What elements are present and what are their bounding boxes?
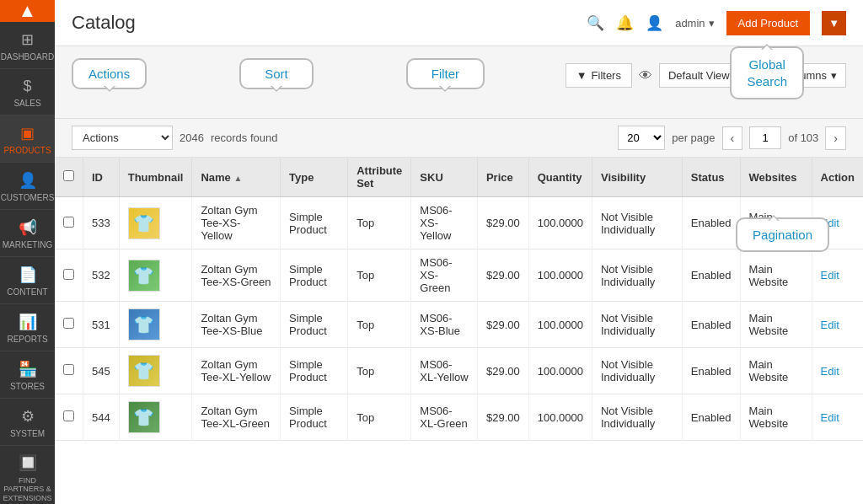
per-page-select[interactable]: 20 30 50 100 [618, 126, 665, 150]
row-status: Enabled [682, 394, 740, 441]
row-sku: MS06-XL-Yellow [411, 348, 478, 394]
row-websites: Main Website [740, 394, 812, 441]
filter-funnel-icon: ▼ [576, 69, 587, 82]
sidebar-item-partners[interactable]: 🔲 Find Partners & Extensions [0, 446, 55, 504]
page-title: Catalog [72, 12, 136, 34]
row-type: Simple Product [281, 249, 348, 302]
row-status: Enabled [682, 302, 740, 348]
actions-select[interactable]: Actions [72, 126, 173, 150]
row-checkbox[interactable] [63, 217, 74, 228]
sidebar-item-label: Reports [7, 335, 47, 344]
sidebar-item-customers[interactable]: 👤 Customers [0, 163, 55, 210]
sidebar-item-reports[interactable]: 📊 Reports [0, 304, 55, 351]
add-product-button[interactable]: Add Product [726, 11, 811, 35]
record-count: 2046 [180, 131, 204, 144]
row-id: 533 [83, 197, 120, 249]
edit-link[interactable]: Edit [821, 319, 839, 331]
row-id: 545 [83, 348, 120, 394]
row-thumbnail: 👕 [119, 197, 192, 249]
col-quantity: Quantity [528, 158, 592, 197]
edit-link[interactable]: Edit [821, 269, 839, 281]
main-area: Catalog 🔍 🔔 👤 admin ▾ Add Product ▼ Acti… [55, 0, 863, 504]
toolbar2: Actions 2046 records found 20 30 50 100 … [55, 119, 863, 158]
customers-icon: 👤 [19, 171, 37, 190]
row-attribute-set: Top [348, 348, 411, 394]
sidebar-item-system[interactable]: ⚙ System [0, 399, 55, 446]
row-sku: MS06-XS-Blue [411, 302, 478, 348]
shirt-icon: 👕 [133, 314, 154, 335]
prev-page-button[interactable]: ‹ [722, 126, 743, 150]
row-thumbnail: 👕 [119, 249, 192, 302]
col-websites: Websites [740, 158, 812, 197]
row-sku: MS06-XS-Green [411, 249, 478, 302]
row-id: 544 [83, 394, 120, 441]
sidebar-item-label: Content [7, 287, 47, 297]
row-action: Edit [812, 394, 863, 441]
col-checkbox [55, 158, 83, 197]
shirt-icon: 👕 [133, 407, 154, 427]
toolbar2-right: 20 30 50 100 per page ‹ of 103 › [618, 126, 846, 150]
row-checkbox[interactable] [63, 364, 74, 375]
products-icon: ▣ [20, 124, 35, 142]
sidebar-item-label: Sales [13, 99, 40, 108]
sidebar-item-stores[interactable]: 🏪 Stores [0, 351, 55, 399]
filter-callout: Filter [406, 58, 485, 89]
col-id: ID [83, 158, 120, 197]
row-checkbox[interactable] [63, 269, 74, 280]
row-name: Zoltan Gym Tee-XL-Yellow [192, 348, 281, 394]
name-sort-arrow: ▲ [233, 174, 242, 183]
filters-button[interactable]: ▼ Filters [566, 63, 632, 88]
row-status: Enabled [682, 197, 740, 249]
table-row: 545 👕 Zoltan Gym Tee-XL-Yellow Simple Pr… [55, 348, 863, 394]
row-status: Enabled [682, 249, 740, 302]
col-name[interactable]: Name ▲ [192, 158, 281, 197]
table-row: 544 👕 Zoltan Gym Tee-XL-Green Simple Pro… [55, 394, 863, 441]
product-thumbnail: 👕 [128, 207, 160, 239]
sidebar-item-marketing[interactable]: 📢 Marketing [0, 210, 55, 257]
global-search-label: GlobalSearch [747, 57, 787, 88]
row-checkbox-cell [55, 249, 83, 302]
edit-link[interactable]: Edit [821, 365, 839, 378]
shirt-icon: 👕 [133, 265, 154, 286]
select-all-checkbox[interactable] [63, 170, 74, 181]
search-icon[interactable]: 🔍 [587, 14, 604, 32]
sidebar-item-sales[interactable]: $ Sales [0, 69, 55, 115]
row-visibility: Not Visible Individually [592, 197, 682, 249]
sidebar-item-products[interactable]: ▣ Products [0, 115, 55, 163]
page-header: Catalog 🔍 🔔 👤 admin ▾ Add Product ▼ [55, 0, 863, 46]
sidebar-item-label: Stores [10, 382, 45, 391]
global-search-callout: GlobalSearch [730, 46, 804, 99]
row-id: 532 [83, 249, 120, 302]
row-quantity: 100.0000 [528, 394, 592, 441]
row-visibility: Not Visible Individually [592, 394, 682, 441]
row-action: Edit [812, 249, 863, 302]
bell-icon[interactable]: 🔔 [616, 14, 634, 32]
actions-callout: Actions [72, 58, 147, 89]
shirt-icon: 👕 [133, 213, 154, 233]
row-checkbox[interactable] [63, 318, 74, 329]
sidebar-item-label: Dashboard [1, 52, 54, 62]
row-websites: Main Website [740, 302, 812, 348]
col-status: Status [682, 158, 740, 197]
sidebar-item-label: Products [3, 146, 51, 155]
row-checkbox[interactable] [63, 410, 74, 421]
sidebar-item-dashboard[interactable]: ⊞ Dashboard [0, 22, 55, 69]
row-visibility: Not Visible Individually [592, 249, 682, 302]
marketing-icon: 📢 [19, 218, 37, 237]
sidebar-item-content[interactable]: 📄 Content [0, 257, 55, 304]
product-table: ID Thumbnail Name ▲ Type AttributeSet SK… [55, 158, 863, 441]
partners-icon: 🔲 [19, 454, 37, 473]
row-thumbnail: 👕 [119, 394, 192, 441]
product-thumbnail: 👕 [128, 260, 160, 292]
next-page-button[interactable]: › [825, 126, 846, 150]
add-product-dropdown-button[interactable]: ▼ [822, 11, 846, 35]
page-number-input[interactable] [749, 126, 781, 149]
edit-link[interactable]: Edit [821, 411, 839, 424]
table-row: 531 👕 Zoltan Gym Tee-XS-Blue Simple Prod… [55, 302, 863, 348]
row-checkbox-cell [55, 394, 83, 441]
sales-icon: $ [23, 78, 31, 95]
table-row: 532 👕 Zoltan Gym Tee-XS-Green Simple Pro… [55, 249, 863, 302]
admin-label[interactable]: admin ▾ [675, 17, 714, 29]
sidebar-item-label: Find Partners & Extensions [3, 476, 52, 503]
row-websites: Main Website [740, 348, 812, 394]
